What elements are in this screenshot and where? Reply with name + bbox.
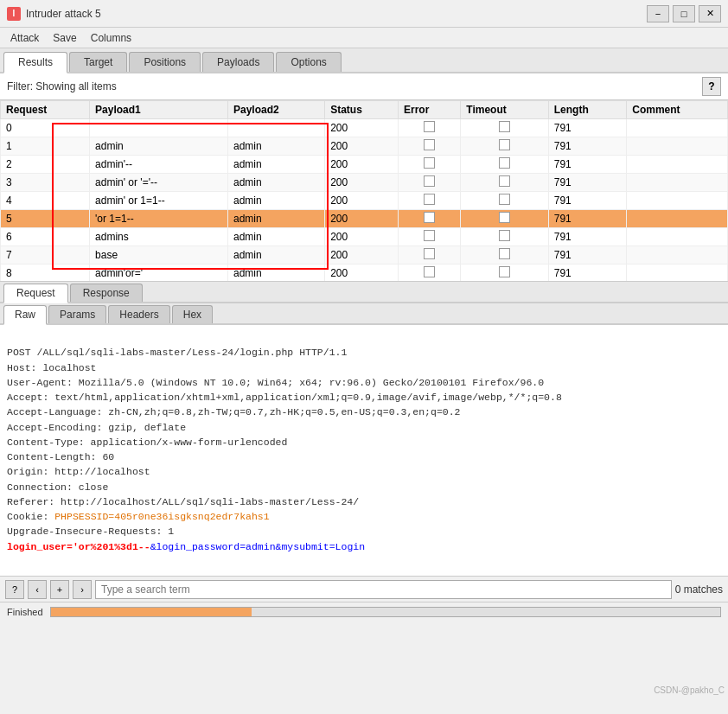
checkbox[interactable] <box>424 212 435 223</box>
table-cell: admin <box>227 210 324 228</box>
http-line: Accept-Encoding: gzip, deflate <box>7 420 721 435</box>
http-line: Accept: text/html,application/xhtml+xml,… <box>7 390 721 405</box>
checkbox[interactable] <box>424 139 435 150</box>
table-row[interactable]: 0200791 <box>1 119 728 137</box>
search-next-button[interactable]: + <box>50 580 69 599</box>
checkbox[interactable] <box>424 175 435 187</box>
checkbox[interactable] <box>499 212 510 223</box>
table-cell <box>627 210 728 228</box>
checkbox[interactable] <box>499 139 510 150</box>
http-line: Upgrade-Insecure-Requests: 1 <box>7 524 721 539</box>
table-cell <box>627 137 728 156</box>
minimize-button[interactable]: − <box>647 5 669 22</box>
table-cell: 200 <box>325 192 399 210</box>
table-row[interactable]: 2admin'--admin200791 <box>1 156 728 174</box>
checkbox[interactable] <box>499 157 510 169</box>
table-cell <box>461 192 549 210</box>
results-table-container[interactable]: Request Payload1 Payload2 Status Error T… <box>0 100 728 282</box>
table-cell <box>627 246 728 265</box>
table-cell: 0 <box>1 119 90 137</box>
checkbox[interactable] <box>424 157 435 169</box>
help-button[interactable]: ? <box>702 77 721 96</box>
table-cell <box>627 228 728 246</box>
table-cell: 5 <box>1 210 90 228</box>
http-line: User-Agent: Mozilla/5.0 (Windows NT 10.0… <box>7 375 721 390</box>
menu-columns[interactable]: Columns <box>84 30 138 46</box>
table-cell <box>461 246 549 265</box>
table-cell: 200 <box>325 210 399 228</box>
table-row[interactable]: 3admin' or '='--admin200791 <box>1 174 728 192</box>
table-cell <box>398 119 460 137</box>
table-cell: 3 <box>1 174 90 192</box>
table-cell <box>398 156 460 174</box>
table-cell: admins <box>90 228 228 246</box>
status-bar: Finished <box>0 602 728 621</box>
checkbox[interactable] <box>424 230 435 241</box>
table-cell: 2 <box>1 156 90 174</box>
table-row[interactable]: 7baseadmin200791 <box>1 246 728 265</box>
help-search-button[interactable]: ? <box>5 580 24 599</box>
table-cell <box>398 246 460 265</box>
table-cell <box>627 265 728 283</box>
http-content[interactable]: POST /ALL/sql/sqli-labs-master/Less-24/l… <box>0 325 728 576</box>
sub-tab-response[interactable]: Response <box>70 284 143 302</box>
table-cell: 200 <box>325 156 399 174</box>
checkbox[interactable] <box>499 175 510 187</box>
maximize-button[interactable]: □ <box>673 5 695 22</box>
progress-bar <box>50 607 721 617</box>
table-cell: 7 <box>1 246 90 265</box>
checkbox[interactable] <box>424 194 435 205</box>
inner-tab-headers[interactable]: Headers <box>108 305 169 323</box>
menu-attack[interactable]: Attack <box>3 30 46 46</box>
table-cell: admin' or '='-- <box>90 174 228 192</box>
table-cell: admin <box>227 137 324 156</box>
table-cell: 200 <box>325 265 399 283</box>
table-row[interactable]: 1adminadmin200791 <box>1 137 728 156</box>
table-cell <box>461 174 549 192</box>
checkbox[interactable] <box>424 121 435 132</box>
table-cell: 6 <box>1 228 90 246</box>
tab-target[interactable]: Target <box>69 52 127 72</box>
col-comment: Comment <box>627 101 728 119</box>
search-bar: ? ‹ + › 0 matches <box>0 576 728 602</box>
search-options-button[interactable]: › <box>73 580 92 599</box>
table-row[interactable]: 4admin' or 1=1--admin200791 <box>1 192 728 210</box>
checkbox[interactable] <box>499 248 510 259</box>
col-request: Request <box>1 101 90 119</box>
checkbox[interactable] <box>499 230 510 241</box>
checkbox[interactable] <box>424 266 435 277</box>
tab-positions[interactable]: Positions <box>129 52 201 72</box>
table-cell: 200 <box>325 246 399 265</box>
tab-results[interactable]: Results <box>3 52 67 73</box>
inner-tab-raw[interactable]: Raw <box>3 305 47 325</box>
table-cell <box>461 137 549 156</box>
table-row[interactable]: 6adminsadmin200791 <box>1 228 728 246</box>
table-cell: 791 <box>548 192 626 210</box>
menu-save[interactable]: Save <box>46 30 83 46</box>
table-row[interactable]: 5'or 1=1--admin200791 <box>1 210 728 228</box>
table-cell: 'or 1=1-- <box>90 210 228 228</box>
checkbox[interactable] <box>499 121 510 132</box>
tab-options[interactable]: Options <box>276 52 341 72</box>
checkbox[interactable] <box>499 194 510 205</box>
search-input[interactable] <box>95 580 672 599</box>
inner-tab-hex[interactable]: Hex <box>172 305 213 323</box>
close-button[interactable]: ✕ <box>699 5 721 22</box>
table-cell <box>461 156 549 174</box>
checkbox[interactable] <box>499 266 510 277</box>
tab-payloads[interactable]: Payloads <box>202 52 274 72</box>
inner-tab-params[interactable]: Params <box>48 305 106 323</box>
sub-tab-request[interactable]: Request <box>3 284 68 303</box>
col-payload2: Payload2 <box>227 101 324 119</box>
inner-tab-bar: Raw Params Headers Hex <box>0 303 728 325</box>
http-line: Content-Type: application/x-www-form-url… <box>7 435 721 449</box>
search-prev-button[interactable]: ‹ <box>28 580 47 599</box>
col-error: Error <box>398 101 460 119</box>
http-line: Host: localhost <box>7 360 721 375</box>
table-cell <box>398 137 460 156</box>
checkbox[interactable] <box>424 248 435 259</box>
table-row[interactable]: 8admin'or='admin200791 <box>1 265 728 283</box>
table-cell <box>90 119 228 137</box>
col-timeout: Timeout <box>461 101 549 119</box>
table-cell <box>627 156 728 174</box>
